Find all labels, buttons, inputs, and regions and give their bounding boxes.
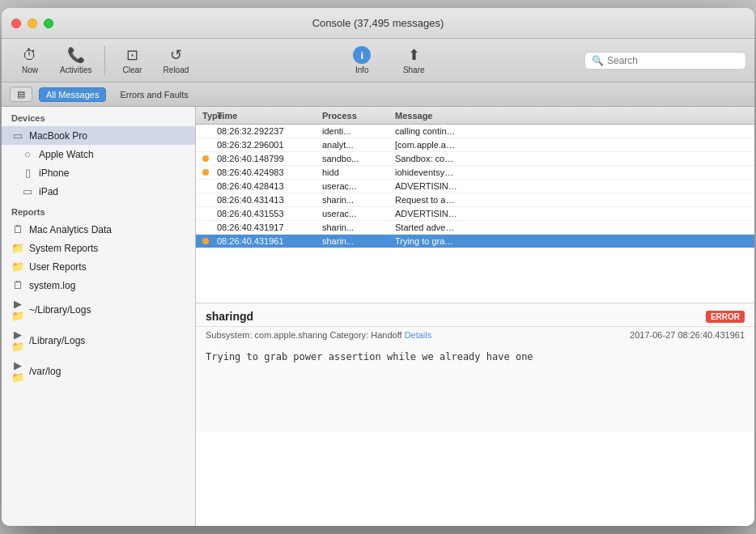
sidebar-item-mac-analytics[interactable]: 🗒 Mac Analytics Data [2,220,195,239]
activities-button[interactable]: 📞 Activities [53,43,98,78]
log-rows: 08:26:32.292237identi...calling continui… [196,125,754,303]
process-cell: userac... [319,208,392,219]
user-reports-label: User Reports [29,261,87,273]
system-log-label: system.log [29,280,75,291]
time-cell: 08:26:40.431553 [214,208,319,219]
detail-meta: Subsystem: com.apple.sharing Category: H… [196,327,754,343]
log-table-header: Type Time Process Message [196,107,754,125]
macbook-icon: ▭ [11,129,24,142]
sidebar-item-ipad[interactable]: ▭ iPad [2,182,195,201]
dot-cell [199,144,214,146]
message-cell: Trying to grab power assertion while we … [392,235,461,247]
folder-icon: 📁 [11,242,24,254]
message-cell: iohideventsystem_client_dispatch_propert… [392,167,461,178]
sidebar-item-library-logs[interactable]: ▶ 📁 /Library/Logs [2,325,195,356]
sidebar-item-system-log[interactable]: 🗒 system.log [2,276,195,295]
sidebar-item-iphone[interactable]: ▯ iPhone [2,163,195,182]
sidebar-item-system-reports[interactable]: 📁 System Reports [2,239,195,257]
iphone-label: iPhone [39,167,69,179]
message-cell: Sandbox: com.apple.WebKit(9313) deny mac… [392,153,461,164]
search-bar[interactable]: 🔍 [584,52,746,70]
log-row[interactable]: 08:26:40.428413userac...ADVERTISING: Adv… [196,180,754,193]
system-reports-label: System Reports [29,243,98,254]
log-row[interactable]: 08:26:40.431917sharin...Started advertis… [196,221,754,235]
log-row[interactable]: 08:26:40.424983hiddiohideventsystem_clie… [196,166,754,180]
clear-icon: ⊡ [126,46,138,64]
reload-icon: ↺ [170,46,182,64]
all-messages-button[interactable]: All Messages [39,87,106,102]
message-cell: [com.apple.awd.event.wiProxLeAdvertiseSt… [392,139,461,150]
sidebar-item-user-reports[interactable]: 📁 User Reports [2,257,195,276]
log-icon: 🗒 [11,279,24,291]
reload-button[interactable]: ↺ Reload [155,43,196,78]
process-cell: userac... [319,180,392,192]
category-value: Handoff [371,330,401,340]
log-row[interactable]: 08:26:40.431413sharin...Request to adver… [196,193,754,207]
sidebar-item-library-logs-user[interactable]: ▶ 📁 ~/Library/Logs [2,295,195,325]
process-cell: sharin... [319,194,392,206]
info-label: Info [355,66,369,74]
now-label: Now [22,66,38,74]
search-input[interactable] [607,55,739,66]
share-label: Share [403,66,425,74]
content-area: Type Time Process Message 08:26:32.29223… [196,107,754,526]
log-row[interactable]: 08:26:32.292237identi...calling continui… [196,125,754,138]
time-cell: 08:26:40.428413 [214,180,319,192]
folder-icon-2: 📁 [11,261,24,273]
col-type-header: Type [199,111,214,121]
sidebar-item-macbook-pro[interactable]: ▭ MacBook Pro [2,126,195,145]
share-button[interactable]: ⬆ Share [393,43,434,78]
minimize-button[interactable] [28,19,37,28]
log-row[interactable]: 08:26:40.431553userac...ADVERTISING:$a10… [196,207,754,221]
watch-icon: ○ [21,148,34,160]
filter-sidebar-toggle[interactable]: ▤ [10,87,32,102]
library-logs-label: /Library/Logs [29,335,85,346]
now-icon: ⏱ [23,47,37,64]
process-cell: sharin... [319,222,392,233]
errors-faults-button[interactable]: Errors and Faults [113,87,195,102]
now-button[interactable]: ⏱ Now [10,44,50,78]
subsystem-value: com.apple.sharing [255,330,328,340]
search-icon: 🔍 [592,55,604,66]
warning-dot [202,238,209,244]
log-row[interactable]: 08:26:40.431961sharin...Trying to grab p… [196,235,754,248]
dot-cell [199,130,214,132]
sidebar-item-var-log[interactable]: ▶ 📁 /var/log [2,356,195,387]
dot-cell [199,153,214,164]
folder-icon-4: ▶ 📁 [11,328,24,353]
sidebar: Devices ▭ MacBook Pro ○ Apple Watch ▯ iP… [2,107,196,526]
log-row[interactable]: 08:26:40.148799sandbo...Sandbox: com.app… [196,152,754,166]
time-cell: 08:26:40.431961 [214,235,319,247]
time-cell: 08:26:40.148799 [214,153,319,164]
dot-cell [199,227,214,228]
main-area: Devices ▭ MacBook Pro ○ Apple Watch ▯ iP… [2,107,754,526]
log-row[interactable]: 08:26:32.296001analyt...[com.apple.awd.e… [196,138,754,152]
sidebar-item-apple-watch[interactable]: ○ Apple Watch [2,145,195,163]
detail-body: Trying to grab power assertion while we … [196,343,754,371]
clear-button[interactable]: ⊡ Clear [112,43,152,78]
title-bar: Console (37,495 messages) [2,8,754,39]
col-time-header: Time [214,111,319,121]
close-button[interactable] [11,19,21,28]
dot-cell [199,235,214,247]
activities-label: Activities [60,66,91,74]
time-cell: 08:26:40.431917 [214,222,319,233]
toolbar: ⏱ Now 📞 Activities ⊡ Clear ↺ Reload i In… [2,39,754,83]
subsystem-label: Subsystem: [206,330,255,340]
message-cell: ADVERTISING: Advertising new item or upd… [392,180,461,192]
warning-dot [202,155,209,162]
dot-cell [199,167,214,178]
detail-process: sharingd [206,310,253,323]
maximize-button[interactable] [44,19,53,28]
var-log-label: /var/log [29,366,61,377]
time-cell: 08:26:40.424983 [214,167,319,178]
info-button[interactable]: i Info [346,43,377,78]
folder-icon-5: ▶ 📁 [11,359,24,384]
info-icon: i [353,46,371,64]
details-link[interactable]: Details [405,330,432,340]
console-window: Console (37,495 messages) ⏱ Now 📞 Activi… [2,8,754,526]
message-cell: Started advertising <a1072cb8bf1d9818b8>… [392,222,461,233]
detail-header: sharingd ERROR [196,303,754,327]
all-messages-label: All Messages [46,90,99,100]
time-cell: 08:26:32.292237 [214,125,319,137]
